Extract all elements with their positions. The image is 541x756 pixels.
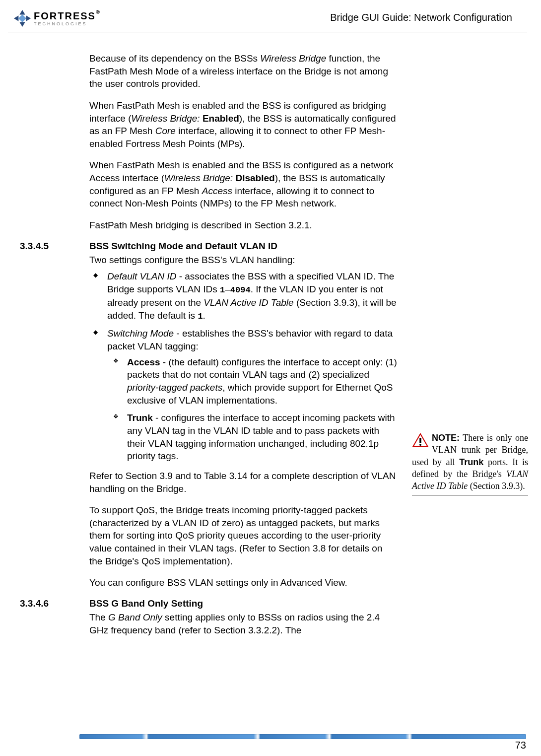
svg-rect-6 xyxy=(419,438,421,443)
note-label: NOTE: xyxy=(432,433,460,443)
list-item: Trunk - configures the interface to acce… xyxy=(107,412,397,463)
paragraph: When FastPath Mesh is enabled and the BS… xyxy=(89,99,397,150)
paragraph: Because of its dependency on the BSSs Wi… xyxy=(89,52,397,90)
list-item: Default VLAN ID - associates the BSS wit… xyxy=(89,270,397,322)
page-header-title: Bridge GUI Guide: Network Configuration xyxy=(330,12,512,23)
svg-marker-3 xyxy=(26,15,31,21)
paragraph: You can configure BSS VLAN settings only… xyxy=(89,576,397,589)
side-note: NOTE: There is only one VLAN trunk per B… xyxy=(412,432,528,495)
registered-mark: ® xyxy=(96,10,101,15)
page-header: FORTRESS® TECHNOLOGIES Bridge GUI Guide:… xyxy=(8,0,527,32)
paragraph: FastPath Mesh bridging is described in S… xyxy=(89,219,397,232)
svg-marker-0 xyxy=(19,10,25,15)
page-number: 73 xyxy=(515,740,526,751)
paragraph: Two settings configure the BSS's VLAN ha… xyxy=(89,254,397,267)
svg-marker-2 xyxy=(14,15,19,21)
note-icon xyxy=(412,433,429,451)
list-item: Switching Mode - establishes the BSS's b… xyxy=(89,327,397,462)
sub-bullet-list: Access - (the default) configures the in… xyxy=(107,356,397,463)
paragraph: To support QoS, the Bridge treats incomi… xyxy=(89,504,397,567)
section-number: 3.3.4.5 xyxy=(20,241,49,252)
logo: FORTRESS® TECHNOLOGIES xyxy=(13,9,96,28)
paragraph: When FastPath Mesh is enabled and the BS… xyxy=(89,159,397,210)
list-item: Access - (the default) configures the in… xyxy=(107,356,397,407)
section-heading: 3.3.4.5 BSS Switching Mode and Default V… xyxy=(89,241,397,252)
fortress-logo-icon xyxy=(13,9,32,28)
footer-decor-bar xyxy=(79,734,526,739)
section-number: 3.3.4.6 xyxy=(20,598,49,609)
section-title: BSS Switching Mode and Default VLAN ID xyxy=(89,241,277,251)
logo-text-sub: TECHNOLOGIES xyxy=(34,22,96,26)
svg-point-7 xyxy=(419,444,421,446)
section-heading: 3.3.4.6 BSS G Band Only Setting xyxy=(89,598,397,609)
paragraph: The G Band Only setting applies only to … xyxy=(89,611,397,636)
logo-text-main: FORTRESS® xyxy=(34,11,96,21)
svg-rect-4 xyxy=(18,14,26,22)
bullet-list: Default VLAN ID - associates the BSS wit… xyxy=(89,270,397,463)
svg-marker-1 xyxy=(19,22,25,27)
section-title: BSS G Band Only Setting xyxy=(89,598,203,609)
paragraph: Refer to Section 3.9 and to Table 3.14 f… xyxy=(89,470,397,495)
